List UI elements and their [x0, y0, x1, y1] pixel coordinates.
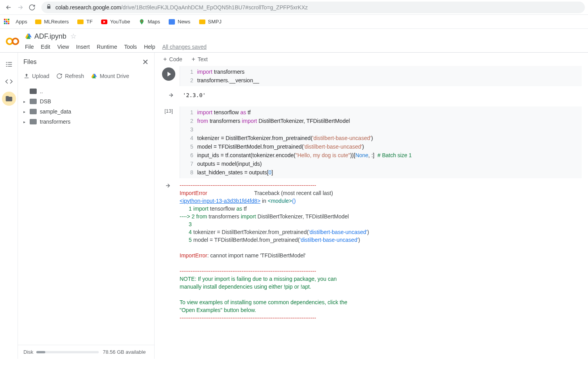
code-snippets-button[interactable] [2, 74, 16, 89]
url-path: /drive/1Bct9leuFKJLDQaAnhDCM_EpOQN5h1BU7… [121, 4, 308, 11]
reload-button[interactable] [27, 2, 37, 13]
add-code-button[interactable]: +Code [163, 56, 182, 63]
disk-usage: Disk 78.56 GB available [18, 345, 154, 359]
menu-runtime[interactable]: Runtime [97, 44, 117, 50]
tree-item-transformers[interactable]: ▸transformers [23, 117, 149, 127]
refresh-button[interactable]: Refresh [56, 73, 84, 79]
upload-button[interactable]: Upload [23, 73, 49, 79]
disk-progress-bar [36, 351, 99, 353]
folder-icon [199, 20, 205, 24]
bookmark-maps[interactable]: Maps [139, 19, 160, 25]
maps-icon [139, 19, 145, 25]
menu-edit[interactable]: Edit [41, 44, 50, 50]
svg-point-1 [7, 39, 12, 44]
menu-file[interactable]: File [25, 44, 34, 50]
folder-icon [77, 20, 84, 24]
file-tree: .. ▸DSB ▸sample_data ▸transformers [18, 82, 154, 131]
notebook-panel: +Code +Text 1import transformers 2transf… [155, 53, 588, 359]
bookmark-mlreuters[interactable]: MLReuters [35, 19, 69, 25]
code-cell-2[interactable]: [13] 1import tensorflow as tf 2from tran… [158, 106, 582, 178]
cell-output-1: '2.3.0' [158, 88, 582, 106]
svg-point-0 [141, 20, 143, 21]
code-cell-1[interactable]: 1import transformers 2transformers.__ver… [158, 66, 582, 86]
left-rail [0, 53, 18, 359]
notebook-title[interactable]: ADF.ipynb [34, 32, 66, 41]
notebook-toolbar: +Code +Text [155, 53, 588, 66]
add-text-button[interactable]: +Text [192, 56, 208, 63]
traceback-link[interactable]: <ipython-input-13-a3d3b1fd4fd8> [180, 198, 260, 204]
changes-saved[interactable]: All changes saved [162, 44, 207, 50]
toc-button[interactable] [2, 57, 16, 71]
run-cell-button[interactable] [162, 67, 175, 81]
bookmark-bar: Apps MLReuters TF YouTube Maps News SMPJ [0, 15, 588, 29]
output-icon[interactable] [158, 180, 180, 322]
bookmark-smpj[interactable]: SMPJ [199, 19, 222, 25]
bookmark-youtube[interactable]: YouTube [101, 19, 130, 25]
star-icon[interactable]: ☆ [70, 32, 77, 41]
address-bar[interactable]: colab.research.google.com/drive/1Bct9leu… [41, 2, 585, 13]
back-button[interactable] [3, 2, 14, 13]
bookmark-news[interactable]: News [169, 19, 191, 25]
url-domain: colab.research.google.com [55, 4, 121, 11]
news-icon [169, 19, 175, 25]
disk-available: 78.56 GB available [103, 349, 146, 355]
menu-help[interactable]: Help [144, 44, 155, 50]
mount-drive-button[interactable]: Mount Drive [91, 73, 129, 79]
apps-label[interactable]: Apps [16, 19, 27, 25]
code-editor[interactable]: 1import tensorflow as tf 2from transform… [180, 106, 582, 178]
youtube-icon [101, 20, 107, 24]
tree-item-dsb[interactable]: ▸DSB [23, 96, 149, 106]
tree-item-up[interactable]: .. [23, 86, 149, 96]
disk-label: Disk [23, 349, 33, 355]
folder-icon [35, 20, 41, 24]
drive-icon [25, 33, 32, 39]
menu-bar: File Edit View Insert Runtime Tools Help… [25, 41, 588, 52]
cell-prompt-number: [13] [164, 108, 173, 178]
close-files-icon[interactable]: ✕ [142, 57, 149, 67]
svg-point-2 [12, 39, 18, 44]
bookmark-tf[interactable]: TF [77, 19, 93, 25]
output-icon[interactable] [161, 92, 183, 99]
menu-view[interactable]: View [57, 44, 69, 50]
files-button[interactable] [2, 92, 16, 106]
tree-item-sample-data[interactable]: ▸sample_data [23, 106, 149, 117]
code-editor[interactable]: 1import transformers 2transformers.__ver… [180, 66, 582, 86]
forward-button[interactable] [15, 2, 26, 13]
browser-nav-bar: colab.research.google.com/drive/1Bct9leu… [0, 0, 588, 15]
drive-icon [91, 73, 97, 79]
apps-icon[interactable] [4, 19, 10, 25]
menu-tools[interactable]: Tools [124, 44, 137, 50]
files-title: Files [23, 59, 37, 66]
files-panel: Files ✕ Upload Refresh Mount Drive .. ▸D… [18, 53, 155, 359]
colab-header: ADF.ipynb ☆ File Edit View Insert Runtim… [0, 29, 588, 53]
lock-icon [46, 4, 52, 11]
colab-logo-icon[interactable] [5, 34, 20, 49]
error-traceback: ----------------------------------------… [180, 180, 369, 322]
menu-insert[interactable]: Insert [76, 44, 90, 50]
